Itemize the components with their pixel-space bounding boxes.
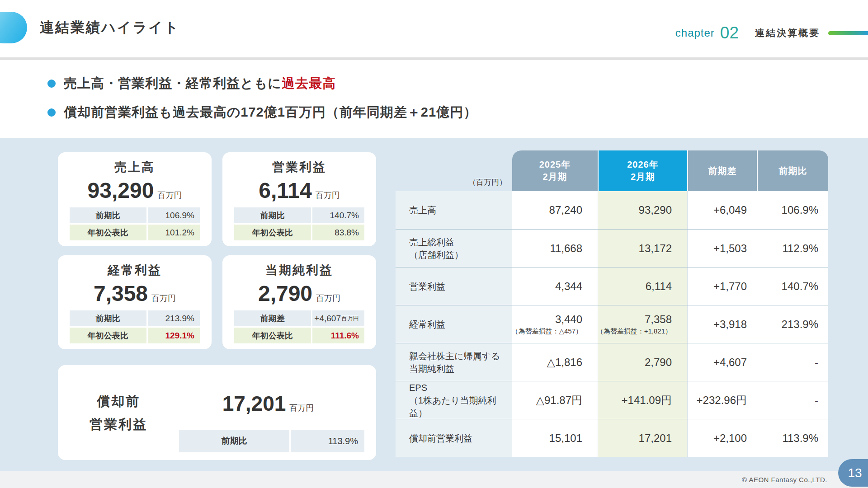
- row-label: 償却前営業利益: [396, 419, 512, 457]
- metric-value-unit: 百万円: [341, 314, 359, 323]
- cell-diff: +6,049: [687, 191, 757, 229]
- title-blob-icon: [0, 12, 27, 43]
- cell-subnote: （為替差損益：+1,821）: [597, 327, 672, 336]
- metric-row: 年初公表比 101.2%: [70, 225, 200, 240]
- cell-ratio: 113.9%: [757, 419, 828, 457]
- cell-subnote: （為替差損益：△457）: [511, 327, 582, 336]
- metric-value: 106.9%: [148, 207, 200, 223]
- card-unit: 百万円: [316, 191, 340, 200]
- metric-value: 113.9%: [291, 430, 364, 452]
- card-valueline: 93,290百万円: [58, 178, 212, 203]
- main-content-band: 売上高 93,290百万円 前期比 106.9% 年初公表比 101.2% 営業…: [0, 138, 868, 471]
- cell-diff: +3,918: [687, 305, 757, 343]
- metric-label: 前期比: [234, 207, 311, 223]
- metric-row: 前期比 106.9%: [70, 207, 200, 223]
- chapter-area: chapter 02 連結決算概要: [675, 14, 868, 52]
- cell-ratio: 112.9%: [757, 230, 828, 267]
- metric-row: 年初公表比 83.8%: [234, 225, 364, 240]
- card-value: 2,790: [258, 282, 312, 305]
- cell-2026: 17,201: [598, 419, 687, 457]
- bullet-highlight: 過去最高: [282, 76, 336, 90]
- card-rows: 前期比 140.7% 年初公表比 83.8%: [234, 207, 364, 240]
- cell-2026: 13,172: [598, 230, 687, 267]
- table-row: 経常利益 3,440 （為替差損益：△457） 7,358 （為替差損益：+1,…: [396, 305, 828, 343]
- chapter-section-title: 連結決算概要: [755, 27, 820, 39]
- results-table: （百万円） 2025年 2月期 2026年 2月期 前期差 前期比 売上高 87…: [396, 150, 828, 457]
- card-valueline: 2,790百万円: [222, 281, 376, 306]
- cell-2026: 6,114: [598, 267, 687, 305]
- card-value: 7,358: [94, 282, 148, 305]
- column-header-diff: 前期差: [687, 150, 757, 191]
- bullet-text: 償却前営業利益も過去最高の172億1百万円（前年同期差＋21億円）: [64, 103, 477, 122]
- card-valueline: 7,358百万円: [58, 281, 212, 306]
- kpi-card-ordinary-profit: 経常利益 7,358百万円 前期比 213.9% 年初公表比 129.1%: [58, 255, 212, 349]
- card-title: 営業利益: [222, 159, 376, 175]
- kpi-card-pre-amortization-profit: 償却前 営業利益 17,201百万円 前期比 113.9%: [58, 365, 376, 460]
- metric-value: 83.8%: [312, 225, 364, 240]
- cell-2025: △1,816: [512, 343, 598, 381]
- kpi-card-sales: 売上高 93,290百万円 前期比 106.9% 年初公表比 101.2%: [58, 152, 212, 246]
- metric-label: 年初公表比: [234, 328, 311, 343]
- page-number-badge: 13: [838, 459, 868, 487]
- row-label: 経常利益: [396, 305, 512, 343]
- table-unit-note-cell: （百万円）: [396, 150, 512, 191]
- card-rows: 前期差 +4,607百万円 年初公表比 111.6%: [234, 310, 364, 343]
- metric-row: 前期比 213.9%: [70, 310, 200, 326]
- kpi-card-net-profit: 当期純利益 2,790百万円 前期差 +4,607百万円 年初公表比 111.6…: [222, 255, 376, 349]
- cell-diff: +1,503: [687, 230, 757, 267]
- cell-diff: +232.96円: [687, 381, 757, 419]
- table-row: 営業利益 4,344 6,114 +1,770 140.7%: [396, 267, 828, 305]
- card-title: 売上高: [58, 159, 212, 175]
- metric-row: 前期比 113.9%: [179, 430, 364, 452]
- metric-value: 101.2%: [148, 225, 200, 240]
- card-unit: 百万円: [289, 404, 314, 413]
- card-valueline: 17,201百万円: [191, 391, 345, 416]
- column-header-2025: 2025年 2月期: [512, 150, 598, 191]
- cell-ratio: 213.9%: [757, 305, 828, 343]
- page-title: 連結業績ハイライト: [40, 18, 180, 37]
- card-value: 93,290: [88, 178, 154, 202]
- cell-2025: 15,101: [512, 419, 598, 457]
- metric-label: 前期差: [234, 310, 311, 326]
- column-header-ratio: 前期比: [757, 150, 828, 191]
- bullet-item: 売上高・営業利益・経常利益ともに過去最高: [47, 75, 336, 93]
- card-rows: 前期比 213.9% 年初公表比 129.1%: [70, 310, 200, 343]
- cell-ratio: -: [757, 343, 828, 381]
- table-row: 償却前営業利益 15,101 17,201 +2,100 113.9%: [396, 419, 828, 457]
- table-row: 親会社株主に帰属する 当期純利益 △1,816 2,790 +4,607 -: [396, 343, 828, 381]
- card-unit: 百万円: [151, 294, 176, 303]
- metric-value: 111.6%: [312, 328, 364, 343]
- table-row: 売上高 87,240 93,290 +6,049 106.9%: [396, 191, 828, 229]
- kpi-card-operating-profit: 営業利益 6,114百万円 前期比 140.7% 年初公表比 83.8%: [222, 152, 376, 246]
- row-label: 売上高: [396, 191, 512, 229]
- cell-2025: 4,344: [512, 267, 598, 305]
- cell-2026: 7,358 （為替差損益：+1,821）: [598, 305, 687, 343]
- cell-2025: 3,440 （為替差損益：△457）: [512, 305, 598, 343]
- cell-ratio: 140.7%: [757, 267, 828, 305]
- card-title: 償却前 営業利益: [58, 390, 179, 436]
- chapter-label: chapter: [675, 27, 715, 39]
- cell-diff: +1,770: [687, 267, 757, 305]
- cell-2025: △91.87円: [512, 381, 598, 419]
- metric-label: 前期比: [70, 310, 146, 326]
- card-rows: 前期比 106.9% 年初公表比 101.2%: [70, 207, 200, 240]
- metric-row: 年初公表比 129.1%: [70, 328, 200, 343]
- cell-2025: 11,668: [512, 230, 598, 267]
- card-value: 6,114: [259, 178, 311, 202]
- card-unit: 百万円: [316, 294, 340, 303]
- row-label: 営業利益: [396, 267, 512, 305]
- bullet-dot-icon: [47, 108, 56, 117]
- table-unit-note: （百万円）: [468, 177, 507, 188]
- metric-label: 年初公表比: [70, 225, 146, 240]
- cell-2026: 93,290: [598, 191, 687, 229]
- row-label: EPS （1株あたり当期純利益）: [396, 381, 512, 419]
- copyright-text: © AEON Fantasy Co.,LTD.: [742, 476, 827, 483]
- metric-value: 129.1%: [148, 328, 200, 343]
- cell-2026: 2,790: [598, 343, 687, 381]
- bullet-dot-icon: [47, 80, 56, 88]
- top-bar: 連結業績ハイライト chapter 02 連結決算概要: [0, 0, 868, 57]
- metric-value: 140.7%: [312, 207, 364, 223]
- table-row: EPS （1株あたり当期純利益） △91.87円 +141.09円 +232.9…: [396, 381, 828, 419]
- metric-label: 前期比: [179, 430, 289, 452]
- table-row: 売上総利益 （店舗利益） 11,668 13,172 +1,503 112.9%: [396, 229, 828, 267]
